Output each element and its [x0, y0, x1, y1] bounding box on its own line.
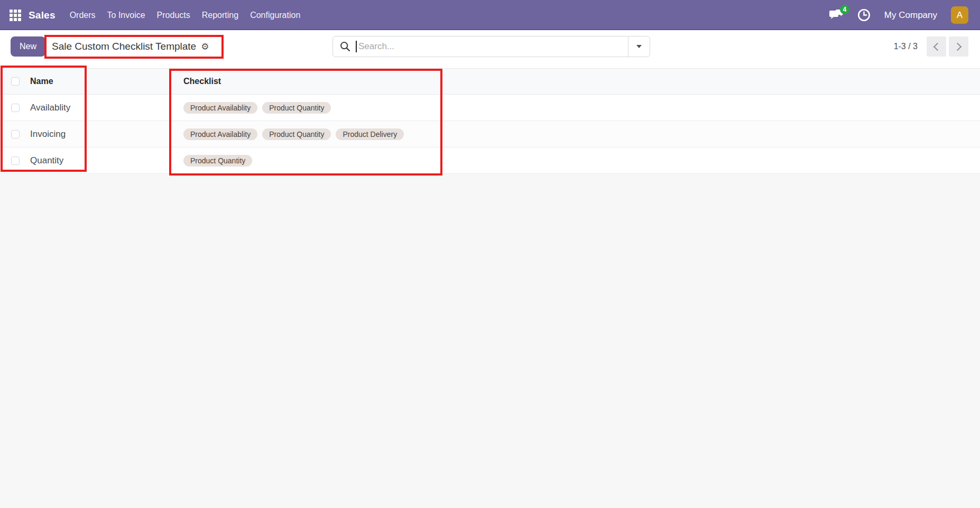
row-checkbox[interactable] [11, 104, 20, 112]
control-panel: New Sale Custom Checklist Template ⚙ 1-3… [0, 30, 980, 68]
chevron-left-icon [933, 42, 942, 51]
select-all-checkbox[interactable] [11, 77, 20, 86]
apps-grid-icon[interactable] [10, 10, 21, 21]
pager-previous-button[interactable] [927, 36, 946, 57]
checklist-tag: Product Quantity [262, 128, 331, 140]
user-avatar[interactable]: A [951, 6, 968, 24]
menu-item-products[interactable]: Products [151, 0, 196, 30]
checklist-tag: Product Quantity [183, 155, 252, 167]
row-name: Availablity [30, 103, 183, 113]
navbar-menu: Orders To Invoice Products Reporting Con… [64, 0, 307, 30]
column-header-name[interactable]: Name [30, 77, 183, 86]
search-dropdown-toggle[interactable] [628, 36, 650, 57]
navbar-right: 4 My Company A [829, 6, 968, 24]
gear-icon[interactable]: ⚙ [201, 42, 209, 51]
chevron-right-icon [954, 42, 962, 51]
table-row[interactable]: AvailablityProduct AvailablityProduct Qu… [0, 95, 980, 121]
page-title: Sale Custom Checklist Template [52, 41, 196, 52]
list-header-row: Name Checklist [0, 68, 980, 95]
menu-item-reporting[interactable]: Reporting [196, 0, 244, 30]
activities-clock-icon[interactable] [857, 8, 871, 22]
search-input[interactable] [358, 41, 628, 52]
breadcrumb: Sale Custom Checklist Template ⚙ [52, 41, 209, 52]
column-header-checklist[interactable]: Checklist [183, 77, 980, 86]
top-navbar: Sales Orders To Invoice Products Reporti… [0, 0, 980, 30]
list-view: Name Checklist AvailablityProduct Availa… [0, 68, 980, 508]
checklist-tag: Product Quantity [262, 102, 331, 114]
empty-area [0, 174, 980, 508]
row-checklist-tags: Product Quantity [183, 155, 980, 167]
messages-icon[interactable]: 4 [829, 9, 844, 21]
checklist-tag: Product Availablity [183, 102, 257, 114]
odoo-window: Sales Orders To Invoice Products Reporti… [0, 0, 980, 508]
checklist-tag: Product Delivery [336, 128, 404, 140]
menu-item-configuration[interactable]: Configuration [244, 0, 306, 30]
pager-range: 1-3 / 3 [894, 42, 918, 51]
menu-item-to-invoice[interactable]: To Invoice [101, 0, 151, 30]
search-icon [340, 41, 350, 52]
checklist-tag: Product Availablity [183, 128, 257, 140]
row-checklist-tags: Product AvailablityProduct QuantityProdu… [183, 128, 980, 140]
new-button[interactable]: New [11, 36, 45, 57]
list-rows: AvailablityProduct AvailablityProduct Qu… [0, 95, 980, 174]
chevron-down-icon [636, 45, 642, 48]
row-checklist-tags: Product AvailablityProduct Quantity [183, 102, 980, 114]
row-name: Invoicing [30, 129, 183, 140]
messages-count-badge: 4 [840, 5, 849, 14]
pager-next-button[interactable] [949, 36, 968, 57]
row-name: Quantity [30, 155, 183, 166]
menu-item-orders[interactable]: Orders [64, 0, 101, 30]
row-checkbox[interactable] [11, 130, 20, 138]
pager: 1-3 / 3 [894, 36, 968, 57]
table-row[interactable]: QuantityProduct Quantity [0, 147, 980, 174]
company-switcher[interactable]: My Company [884, 10, 937, 21]
app-name-sales[interactable]: Sales [29, 10, 56, 21]
text-cursor [356, 41, 357, 52]
table-row[interactable]: InvoicingProduct AvailablityProduct Quan… [0, 121, 980, 147]
row-checkbox[interactable] [11, 156, 20, 165]
search-bar [332, 36, 650, 57]
